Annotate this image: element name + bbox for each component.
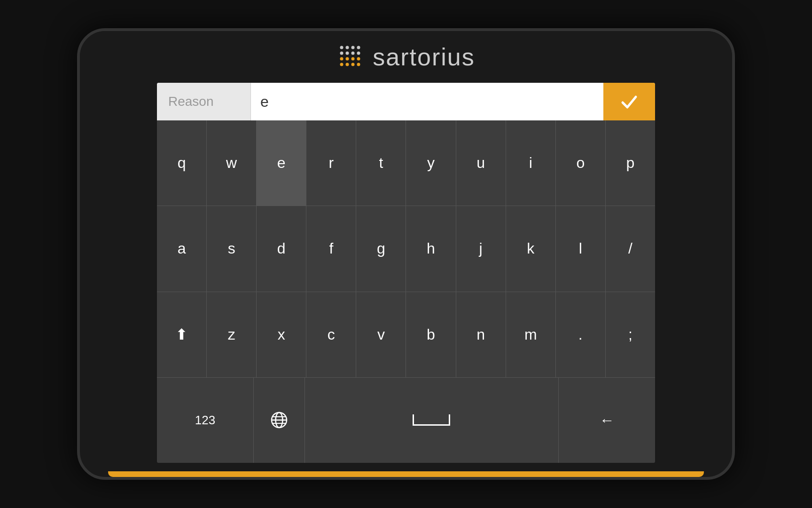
globe-icon <box>270 411 288 429</box>
space-bar-visual <box>413 414 450 426</box>
key-q[interactable]: q <box>157 120 207 206</box>
key-shift[interactable]: ⬆ <box>157 292 207 377</box>
screen-area: Reason e q w e r t y u i o <box>157 83 655 463</box>
key-p[interactable]: p <box>606 120 655 206</box>
key-k[interactable]: k <box>506 206 556 291</box>
key-x[interactable]: x <box>257 292 306 377</box>
key-e[interactable]: e <box>257 120 306 206</box>
key-o[interactable]: o <box>556 120 606 206</box>
checkmark-icon <box>620 92 639 111</box>
keyboard: q w e r t y u i o p a s d f g h j k <box>157 120 655 463</box>
shift-arrow-icon: ⬆ <box>175 325 188 343</box>
key-slash[interactable]: / <box>606 206 655 291</box>
key-g[interactable]: g <box>356 206 406 291</box>
svg-point-11 <box>357 57 360 61</box>
key-y[interactable]: y <box>406 120 456 206</box>
key-numbers[interactable]: 123 <box>157 378 254 463</box>
svg-point-6 <box>351 52 355 55</box>
svg-point-14 <box>351 63 355 66</box>
input-text: e <box>260 93 269 111</box>
key-u[interactable]: u <box>456 120 506 206</box>
key-b[interactable]: b <box>406 292 456 377</box>
svg-point-5 <box>346 52 349 55</box>
svg-point-7 <box>357 52 360 55</box>
key-a[interactable]: a <box>157 206 207 291</box>
key-semicolon[interactable]: ; <box>606 292 655 377</box>
svg-point-2 <box>351 46 355 49</box>
svg-point-8 <box>340 57 344 61</box>
input-value[interactable]: e <box>251 83 603 120</box>
svg-point-15 <box>357 63 360 66</box>
key-row-4: 123 ← <box>157 378 655 463</box>
svg-point-12 <box>340 63 344 66</box>
key-row-1: q w e r t y u i o p <box>157 120 655 206</box>
key-n[interactable]: n <box>456 292 506 377</box>
key-globe[interactable] <box>254 378 305 463</box>
svg-point-0 <box>340 46 344 49</box>
key-j[interactable]: j <box>456 206 506 291</box>
key-c[interactable]: c <box>306 292 356 377</box>
key-f[interactable]: f <box>306 206 356 291</box>
brand-name: sartorius <box>373 43 475 71</box>
svg-point-13 <box>346 63 349 66</box>
svg-point-4 <box>340 52 344 55</box>
key-s[interactable]: s <box>207 206 257 291</box>
key-h[interactable]: h <box>406 206 456 291</box>
svg-point-10 <box>351 57 355 61</box>
key-backspace[interactable]: ← <box>559 378 655 463</box>
confirm-button[interactable] <box>603 83 655 120</box>
backspace-arrow-icon: ← <box>600 412 615 429</box>
key-v[interactable]: v <box>356 292 406 377</box>
input-bar: Reason e <box>157 83 655 120</box>
key-period[interactable]: . <box>556 292 606 377</box>
key-w[interactable]: w <box>207 120 257 206</box>
key-z[interactable]: z <box>207 292 257 377</box>
key-row-3: ⬆ z x c v b n m . ; <box>157 292 655 378</box>
device-frame: sartorius Reason e q w e r t <box>77 28 735 480</box>
key-d[interactable]: d <box>257 206 306 291</box>
key-m[interactable]: m <box>506 292 556 377</box>
device-header: sartorius <box>80 31 732 83</box>
svg-point-3 <box>357 46 360 49</box>
sartorius-logo-dots <box>337 43 365 71</box>
key-i[interactable]: i <box>506 120 556 206</box>
svg-point-9 <box>346 57 349 61</box>
input-label: Reason <box>157 83 251 120</box>
key-space[interactable] <box>305 378 559 463</box>
key-l[interactable]: l <box>556 206 606 291</box>
logo-area: sartorius <box>337 43 475 71</box>
key-r[interactable]: r <box>306 120 356 206</box>
key-t[interactable]: t <box>356 120 406 206</box>
key-row-2: a s d f g h j k l / <box>157 206 655 292</box>
svg-point-1 <box>346 46 349 49</box>
